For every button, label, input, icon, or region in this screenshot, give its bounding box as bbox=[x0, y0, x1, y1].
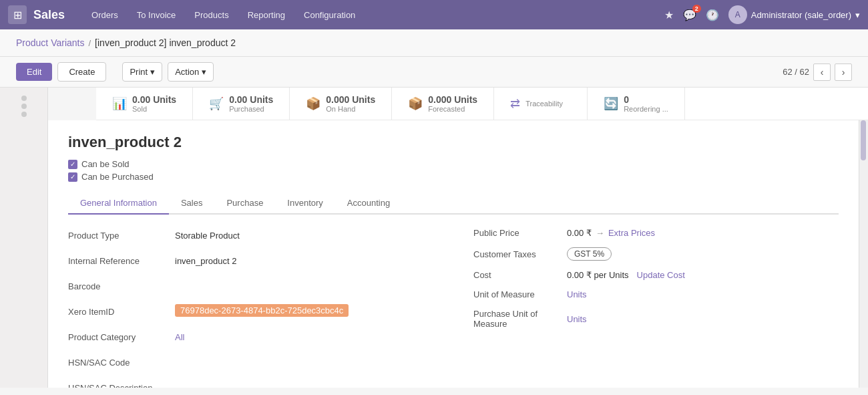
content-area: inven_product 2 ✓ Can be Sold ✓ Can be P… bbox=[48, 120, 859, 388]
tax-badge[interactable]: GST 5% bbox=[567, 247, 612, 261]
field-hsn-sac-description: HSN/SAC Description bbox=[68, 380, 433, 388]
xero-itemid-label: Xero ItemID bbox=[68, 304, 175, 317]
reordering-icon: 🔄 bbox=[604, 96, 618, 111]
unit-of-measure-label: Unit of Measure bbox=[473, 289, 567, 299]
stat-traceability[interactable]: ⇄ Traceability bbox=[494, 88, 588, 120]
nav-reporting[interactable]: Reporting bbox=[240, 6, 293, 24]
tab-purchase[interactable]: Purchase bbox=[214, 192, 275, 215]
breadcrumb-parent[interactable]: Product Variants bbox=[16, 37, 84, 48]
field-internal-reference: Internal Reference inven_product 2 bbox=[68, 253, 433, 272]
field-product-category: Product Category All bbox=[68, 330, 433, 348]
tab-inventory[interactable]: Inventory bbox=[275, 192, 335, 215]
field-purchase-unit: Purchase Unit of Measure Units bbox=[473, 309, 839, 329]
create-button[interactable]: Create bbox=[57, 62, 106, 82]
extra-prices-link[interactable]: Extra Prices bbox=[608, 228, 655, 238]
action-button[interactable]: Action ▾ bbox=[168, 62, 214, 82]
on-hand-icon: 📦 bbox=[306, 96, 320, 111]
stat-sold[interactable]: 📊 0.00 Units Sold bbox=[96, 88, 193, 120]
nav-configuration[interactable]: Configuration bbox=[296, 6, 363, 24]
field-unit-of-measure: Unit of Measure Units bbox=[473, 289, 839, 299]
purchased-value: 0.00 Units bbox=[229, 94, 273, 105]
can-be-sold-checkbox[interactable]: ✓ bbox=[68, 160, 77, 169]
form-grid: Product Type Storable Product Internal R… bbox=[68, 228, 839, 388]
forecasted-label: Forecasted bbox=[428, 105, 477, 113]
traceability-label: Traceability bbox=[525, 100, 563, 108]
next-record-button[interactable]: › bbox=[835, 63, 852, 81]
breadcrumb-separator: / bbox=[88, 38, 91, 48]
product-category-value[interactable]: All bbox=[175, 330, 184, 342]
product-category-label: Product Category bbox=[68, 330, 175, 342]
topnav-right-area: ★ 💬 2 🕐 A Administrator (sale_order) ▾ bbox=[664, 5, 860, 24]
record-counter: 62 / 62 bbox=[783, 67, 809, 77]
xero-itemid-value[interactable]: 76978dec-2673-4874-bb2c-725dec3cbc4c bbox=[175, 304, 349, 317]
sold-value: 0.00 Units bbox=[132, 94, 176, 105]
chat-icon[interactable]: 💬 2 bbox=[683, 9, 696, 21]
purchased-label: Purchased bbox=[229, 105, 273, 113]
can-be-sold-row: ✓ Can be Sold bbox=[68, 159, 839, 169]
clock-icon[interactable]: 🕐 bbox=[706, 9, 719, 21]
stat-bar: 📊 0.00 Units Sold 🛒 0.00 Units Purchased… bbox=[96, 88, 868, 120]
reordering-value: 0 bbox=[624, 94, 668, 105]
hsn-sac-description-label: HSN/SAC Description bbox=[68, 380, 175, 388]
tab-sales[interactable]: Sales bbox=[169, 192, 215, 215]
sold-label: Sold bbox=[132, 105, 176, 113]
purchased-icon: 🛒 bbox=[209, 96, 224, 111]
notification-badge: 2 bbox=[692, 5, 701, 13]
field-barcode: Barcode bbox=[68, 279, 433, 297]
left-sidebar bbox=[0, 88, 48, 388]
nav-orders[interactable]: Orders bbox=[83, 6, 126, 24]
form-right: Public Price 0.00 ₹ → Extra Prices Custo… bbox=[473, 228, 839, 388]
stat-on-hand[interactable]: 📦 0.000 Units On Hand bbox=[290, 88, 392, 120]
forecasted-value: 0.000 Units bbox=[428, 94, 477, 105]
scrollbar-thumb[interactable] bbox=[861, 120, 866, 160]
star-icon[interactable]: ★ bbox=[664, 9, 674, 21]
print-button[interactable]: Print ▾ bbox=[122, 62, 162, 82]
stat-reordering[interactable]: 🔄 0 Reordering ... bbox=[588, 88, 685, 120]
product-type-value: Storable Product bbox=[175, 228, 240, 241]
stat-forecasted[interactable]: 📦 0.000 Units Forecasted bbox=[392, 88, 494, 120]
app-menu-icon[interactable]: ⊞ bbox=[8, 5, 27, 24]
barcode-label: Barcode bbox=[68, 279, 175, 291]
tab-accounting[interactable]: Accounting bbox=[335, 192, 402, 215]
user-label: Administrator (sale_order) bbox=[751, 10, 851, 20]
cost-value: 0.00 ₹ per Units bbox=[567, 270, 629, 280]
app-name: Sales bbox=[33, 8, 65, 22]
edit-button[interactable]: Edit bbox=[16, 63, 52, 81]
product-type-label: Product Type bbox=[68, 228, 175, 241]
tab-general[interactable]: General Information bbox=[68, 192, 169, 215]
can-be-purchased-checkbox[interactable]: ✓ bbox=[68, 172, 77, 182]
field-customer-taxes: Customer Taxes GST 5% bbox=[473, 247, 839, 261]
toolbar: Edit Create Print ▾ Action ▾ 62 / 62 ‹ › bbox=[0, 57, 868, 88]
nav-to-invoice[interactable]: To Invoice bbox=[129, 6, 184, 24]
record-navigation: 62 / 62 ‹ › bbox=[783, 63, 852, 81]
avatar: A bbox=[728, 5, 747, 24]
form-left: Product Type Storable Product Internal R… bbox=[68, 228, 433, 388]
user-menu[interactable]: A Administrator (sale_order) ▾ bbox=[728, 5, 860, 24]
right-scrollbar[interactable] bbox=[859, 120, 868, 388]
internal-reference-value: inven_product 2 bbox=[175, 253, 237, 266]
update-cost-link[interactable]: Update Cost bbox=[637, 270, 685, 280]
on-hand-label: On Hand bbox=[326, 105, 375, 113]
action-dropdown-icon: ▾ bbox=[202, 67, 206, 77]
can-be-purchased-label: Can be Purchased bbox=[81, 172, 154, 182]
sold-icon: 📊 bbox=[112, 96, 127, 111]
internal-reference-label: Internal Reference bbox=[68, 253, 175, 266]
field-xero-itemid: Xero ItemID 76978dec-2673-4874-bb2c-725d… bbox=[68, 304, 433, 323]
breadcrumb-current: [inven_product 2] inven_product 2 bbox=[95, 37, 236, 48]
user-dropdown-icon[interactable]: ▾ bbox=[855, 10, 860, 20]
can-be-sold-label: Can be Sold bbox=[81, 159, 130, 169]
public-price-label: Public Price bbox=[473, 228, 567, 238]
arrow-right-icon: → bbox=[596, 228, 604, 238]
hsn-sac-code-label: HSN/SAC Code bbox=[68, 355, 175, 368]
reordering-label: Reordering ... bbox=[624, 105, 668, 113]
unit-of-measure-value[interactable]: Units bbox=[567, 289, 587, 299]
can-be-purchased-row: ✓ Can be Purchased bbox=[68, 172, 839, 182]
stat-purchased[interactable]: 🛒 0.00 Units Purchased bbox=[193, 88, 290, 120]
purchase-unit-value[interactable]: Units bbox=[567, 314, 587, 324]
field-public-price: Public Price 0.00 ₹ → Extra Prices bbox=[473, 228, 839, 238]
purchase-unit-label: Purchase Unit of Measure bbox=[473, 309, 567, 329]
product-name: inven_product 2 bbox=[68, 134, 839, 151]
prev-record-button[interactable]: ‹ bbox=[813, 63, 831, 81]
nav-products[interactable]: Products bbox=[186, 6, 236, 24]
on-hand-value: 0.000 Units bbox=[326, 94, 375, 105]
